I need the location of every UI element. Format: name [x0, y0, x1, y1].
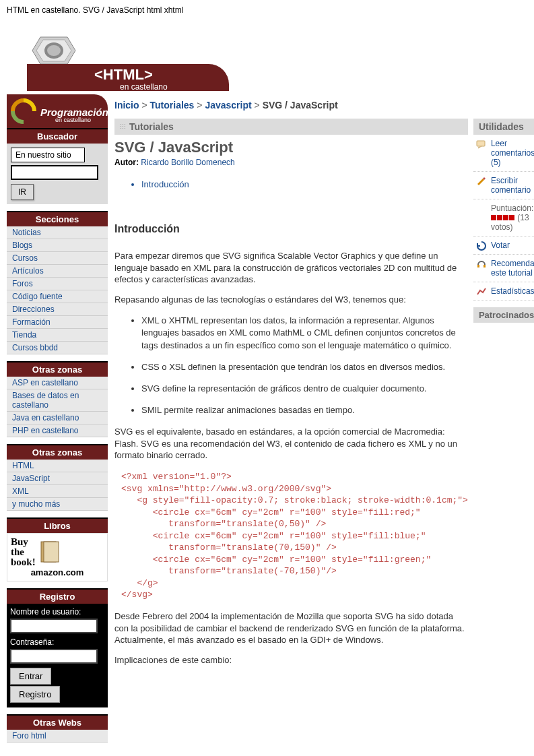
- login-form: Nombre de usuario: Contraseña: Entrar Re…: [7, 604, 108, 707]
- svg-point-3: [47, 45, 61, 56]
- nav-item[interactable]: HTML: [7, 460, 108, 472]
- section-heading: Introducción: [114, 216, 468, 242]
- nav-item[interactable]: ASP en castellano: [7, 377, 108, 389]
- search-box: En nuestro sitio IR: [7, 144, 108, 204]
- nav-item[interactable]: y mucho más: [7, 498, 108, 511]
- otras-webs-list: Foro html: [7, 730, 108, 743]
- paragraph: Implicaciones de este cambio:: [114, 654, 468, 666]
- otras-webs-header: Otras Webs: [7, 714, 108, 730]
- search-input[interactable]: [11, 165, 98, 180]
- nav-item[interactable]: Código fuente: [7, 290, 108, 303]
- arrows-circle-icon: [10, 98, 37, 125]
- article: Tutoriales SVG / JavaScript Autor: Ricar…: [114, 119, 473, 674]
- nav-item[interactable]: Noticias: [7, 226, 108, 239]
- util-stats[interactable]: Estadísticas: [473, 282, 534, 301]
- toc-item[interactable]: Introducción: [141, 179, 468, 189]
- username-input[interactable]: [10, 619, 98, 633]
- password-label: Contraseña:: [10, 637, 104, 647]
- grip-icon: [120, 123, 127, 130]
- list-item: SMIL permite realizar animaciones basada…: [141, 404, 468, 416]
- footer-url: http://www.programacion.com/html/tutoria…: [0, 743, 534, 756]
- breadcrumb-current: SVG / JavaScript: [263, 100, 338, 111]
- password-input[interactable]: [10, 649, 98, 664]
- zonas2-header: Otras zonas: [7, 444, 108, 460]
- nav-item[interactable]: Artículos: [7, 265, 108, 278]
- breadcrumb-link[interactable]: Tutoriales: [150, 100, 195, 111]
- secciones-list: Noticias Blogs Cursos Artículos Foros Có…: [7, 226, 108, 354]
- breadcrumb-link[interactable]: Inicio: [114, 100, 139, 111]
- zonas1-header: Otras zonas: [7, 361, 108, 377]
- paragraph: Desde Febrero del 2004 la implementación…: [114, 610, 468, 646]
- zonas2-list: HTML JavaScript XML y mucho más: [7, 460, 108, 511]
- util-rating: Puntuación: (13 votos): [473, 199, 534, 237]
- refresh-icon: [476, 241, 487, 251]
- nav-item[interactable]: Bases de datos en castellano: [7, 389, 108, 412]
- secciones-header: Secciones: [7, 211, 108, 226]
- banner-title: <HTML>: [94, 66, 153, 84]
- programacion-badge: Programación en castellano: [7, 94, 108, 128]
- nav-item[interactable]: Cursos bbdd: [7, 342, 108, 354]
- svg-rect-6: [477, 141, 485, 146]
- list-item: XML o XHTML representan los datos, la in…: [141, 315, 468, 352]
- list-item: SVG define la representación de gráficos…: [141, 383, 468, 395]
- code-block: <?xml version="1.0"?> <svg xmlns="http:/…: [121, 471, 468, 601]
- paragraph: Para empezar diremos que SVG significa S…: [114, 250, 468, 286]
- nav-item[interactable]: Java en castellano: [7, 412, 108, 424]
- headset-icon: [476, 259, 487, 270]
- utilities-sidebar: Utilidades Leer comentarios (5) Escribir…: [473, 119, 534, 674]
- nav-item[interactable]: Blogs: [7, 239, 108, 252]
- util-recommend[interactable]: Recomendar este tutorial: [473, 255, 534, 282]
- registro-header: Registro: [7, 588, 108, 604]
- author-line: Autor: Ricardo Borillo Domenech: [114, 158, 468, 179]
- search-header: Buscador: [7, 128, 108, 144]
- table-of-contents: Introducción: [114, 179, 468, 189]
- banner-subtitle: en castellano: [120, 82, 168, 92]
- patrocinados-header: Patrocinados: [473, 307, 534, 323]
- search-button[interactable]: IR: [11, 184, 34, 200]
- nav-item[interactable]: Foros: [7, 278, 108, 290]
- utilities-header: Utilidades: [473, 119, 534, 135]
- zonas1-list: ASP en castellano Bases de datos en cast…: [7, 377, 108, 437]
- book-icon: [38, 539, 61, 566]
- pencil-icon: [476, 176, 487, 187]
- nav-item[interactable]: Cursos: [7, 252, 108, 265]
- nav-item[interactable]: Tienda: [7, 329, 108, 342]
- prog-sub: en castellano: [55, 117, 91, 123]
- nav-item[interactable]: PHP en castellano: [7, 424, 108, 437]
- nav-item[interactable]: Direcciones: [7, 303, 108, 316]
- libros-header: Libros: [7, 517, 108, 533]
- sidebar: Programación en castellano Buscador En n…: [7, 94, 108, 743]
- site-banner: <HTML> en castellano: [7, 27, 534, 94]
- search-scope-label: En nuestro sitio: [11, 148, 85, 162]
- svg-rect-7: [477, 265, 479, 267]
- author-link[interactable]: Ricardo Borillo Domenech: [141, 158, 234, 167]
- nav-item[interactable]: JavaScript: [7, 472, 108, 485]
- util-read-comments[interactable]: Leer comentarios (5): [473, 135, 534, 172]
- paragraph: Repasando algunas de las tecnologías o e…: [114, 294, 468, 306]
- chart-icon: [476, 286, 487, 297]
- login-button[interactable]: Entrar: [10, 668, 51, 685]
- nav-item[interactable]: XML: [7, 485, 108, 498]
- amazon-brand: amazon.com: [11, 567, 104, 577]
- breadcrumb-link[interactable]: Javascript: [205, 100, 251, 111]
- svg-rect-8: [483, 265, 486, 267]
- nav-item[interactable]: Formación: [7, 316, 108, 329]
- article-title: SVG / JavaScript: [114, 135, 468, 158]
- nav-item[interactable]: Foro html: [7, 730, 108, 743]
- paragraph: SVG es el equivalente, basado en estánda…: [114, 426, 468, 462]
- comments-icon: [476, 139, 487, 150]
- list-item: CSS o XSL definen la presentación que te…: [141, 361, 468, 373]
- util-write-comment[interactable]: Escribir comentario: [473, 172, 534, 199]
- amazon-buy-box[interactable]: Buy the book! amazon.com: [7, 533, 108, 581]
- username-label: Nombre de usuario:: [10, 607, 104, 617]
- tutoriales-col-header: Tutoriales: [114, 119, 468, 135]
- register-button[interactable]: Registro: [10, 686, 60, 703]
- bullet-list: XML o XHTML representan los datos, la in…: [114, 315, 468, 416]
- breadcrumb: Inicio > Tutoriales > Javascript > SVG /…: [114, 94, 534, 119]
- util-vote[interactable]: Votar: [473, 237, 534, 255]
- page-header: HTML en castellano. SVG / JavaScript htm…: [0, 0, 534, 20]
- svg-rect-5: [44, 542, 59, 562]
